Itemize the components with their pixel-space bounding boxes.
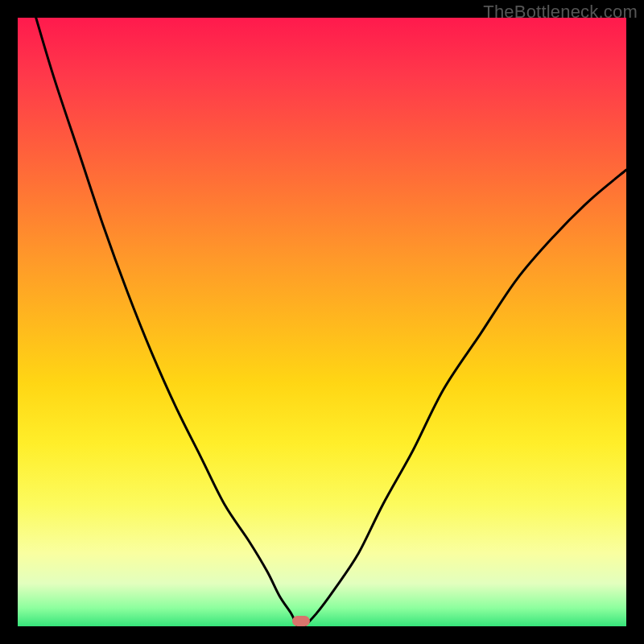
optimal-marker	[292, 616, 310, 626]
chart-plot-area	[18, 18, 626, 626]
watermark-label: TheBottleneck.com	[483, 2, 638, 23]
bottleneck-curve	[18, 18, 626, 626]
